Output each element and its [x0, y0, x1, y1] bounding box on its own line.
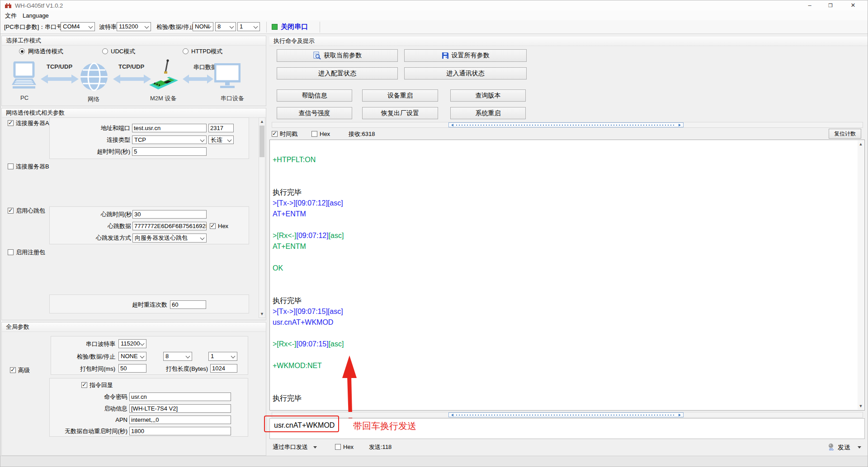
mode-httpd-label[interactable]: HTTPD模式	[191, 48, 222, 55]
boot-input[interactable]: [WH-LTE-7S4 V2]	[129, 404, 231, 413]
send-hex-checkbox[interactable]	[335, 444, 341, 450]
link-tcp1-label: TCP/UDP	[47, 63, 72, 70]
advanced-label[interactable]: 高级	[18, 367, 30, 374]
set-params-button[interactable]: 设置所有参数	[404, 49, 527, 62]
port-select[interactable]: COM4	[61, 22, 95, 31]
register-checkbox[interactable]	[8, 249, 14, 255]
idle-restart-input[interactable]: 1800	[129, 427, 231, 435]
log-line: AT+ENTM	[273, 241, 855, 252]
system-reboot-button[interactable]: 系统重启	[450, 107, 526, 119]
pack-time-input[interactable]: 50	[118, 364, 146, 373]
system-reboot-label: 系统重启	[476, 109, 501, 117]
scroll-down-icon[interactable]: ▼	[858, 403, 864, 409]
close-port-button[interactable]: 关闭串口	[270, 21, 318, 33]
parity-label: 检验/数据/停止	[156, 23, 195, 31]
menu-language[interactable]: Language	[23, 12, 49, 19]
stopbits-select[interactable]: 1	[237, 22, 260, 31]
heartbeat-label[interactable]: 启用心跳包	[16, 207, 45, 215]
scrollbar-thumb[interactable]	[259, 126, 264, 157]
parity-select[interactable]: NONI	[193, 22, 213, 31]
log-hex-label[interactable]: Hex	[320, 131, 330, 138]
mode-radio-httpd[interactable]	[183, 48, 189, 54]
help-button[interactable]: 帮助信息	[277, 89, 352, 102]
reconnect-label: 超时重连次数	[113, 301, 167, 308]
scroll-up-icon[interactable]: ▲	[858, 141, 864, 147]
query-version-button[interactable]: 查询版本	[450, 89, 526, 102]
databits-select[interactable]: 8	[215, 22, 236, 31]
triangle-left-icon	[451, 414, 453, 416]
get-params-button[interactable]: 获取当前参数	[277, 49, 398, 62]
close-button[interactable]: ✕	[843, 2, 863, 9]
g-databits-select[interactable]: 8	[163, 352, 192, 361]
hb-time-input[interactable]: 30	[132, 210, 207, 219]
server-addr-input[interactable]: test.usr.cn	[132, 124, 207, 132]
scroll-up-icon[interactable]: ▲	[259, 118, 265, 125]
log-vertical-scrollbar[interactable]: ▲ ▼	[858, 140, 864, 410]
send-hex-label[interactable]: Hex	[343, 444, 354, 451]
g-stopbits-select[interactable]: 1	[208, 352, 237, 361]
enter-config-button[interactable]: 进入配置状态	[277, 67, 398, 79]
window-title: WH-G405tf V1.0.2	[15, 2, 63, 9]
timeout-input[interactable]: 5	[132, 147, 207, 156]
send-box[interactable]: usr.cnAT+WKMOD 带回车换行发送	[269, 418, 865, 439]
timestamp-label[interactable]: 时间戳	[280, 131, 297, 138]
menu-file[interactable]: 文件	[5, 12, 17, 19]
register-label[interactable]: 启用注册包	[16, 249, 45, 256]
recv-count: 接收:6318	[349, 131, 375, 138]
heartbeat-checkbox[interactable]	[8, 208, 14, 214]
link-arrow-icon	[113, 73, 151, 87]
log-toolbar: 时间戳 Hex 接收:6318 复位计数	[269, 129, 865, 140]
query-signal-button[interactable]: 查信号强度	[277, 107, 352, 119]
server-port-input[interactable]: 2317	[208, 124, 234, 132]
baud-select[interactable]: 115200	[117, 22, 151, 31]
echo-checkbox[interactable]	[81, 382, 87, 388]
scrollbar-thumb[interactable]	[448, 122, 684, 127]
log-line	[273, 219, 855, 230]
global-params-group: 全局参数 串口参数 串口波特率 115200 检验/数据/停止 NONE 8 1…	[1, 322, 266, 456]
send-button[interactable]: 发送	[828, 442, 864, 453]
mode-net-label[interactable]: 网络透传模式	[28, 48, 63, 55]
advanced-checkbox[interactable]	[10, 367, 16, 373]
chevron-down-icon	[200, 138, 205, 142]
hb-mode-select[interactable]: 向服务器发送心跳包	[132, 234, 207, 243]
server-b-label[interactable]: 连接服务器B	[16, 163, 49, 170]
device-reboot-label: 设备重启	[387, 92, 413, 100]
minimize-button[interactable]: –	[800, 2, 820, 9]
scrollbar-thumb[interactable]	[448, 412, 684, 417]
send-horizontal-scrollbar[interactable]	[272, 412, 863, 418]
server-a-checkbox[interactable]	[8, 120, 14, 126]
apn-input[interactable]: internet,,,0	[129, 416, 231, 424]
hb-data-input[interactable]: 7777772E6D6F6B7561692E6	[132, 222, 207, 230]
send-input-highlight-box	[264, 416, 339, 432]
server-b-checkbox[interactable]	[8, 163, 14, 169]
hb-hex-checkbox[interactable]	[210, 223, 216, 229]
global-params-header: 全局参数	[2, 322, 266, 332]
reconnect-input[interactable]: 60	[170, 300, 206, 309]
mode-udc-label[interactable]: UDC模式	[111, 48, 135, 55]
mode-radio-net[interactable]	[19, 48, 25, 54]
left-vertical-scrollbar[interactable]: ▲ ▼	[259, 117, 265, 318]
pwd-input[interactable]: usr.cn	[129, 392, 231, 401]
enter-comm-button[interactable]: 进入通讯状态	[404, 67, 527, 79]
send-via-serial-button[interactable]: 通过串口发送	[272, 442, 317, 452]
maximize-button[interactable]: ❐	[821, 2, 840, 9]
reset-count-button[interactable]: 复位计数	[829, 129, 861, 139]
device-reboot-button[interactable]: 设备重启	[362, 89, 438, 102]
keep-type-select[interactable]: 长连	[208, 135, 234, 144]
heartbeat-panel: 心跳时间(秒 30 心跳数据 7777772E6D6F6B7561692E6 H…	[49, 206, 249, 244]
conn-type-select[interactable]: TCP	[132, 135, 207, 144]
log-horizontal-scrollbar[interactable]	[272, 122, 863, 128]
scroll-down-icon[interactable]: ▼	[259, 311, 265, 317]
timestamp-checkbox[interactable]	[272, 131, 278, 137]
boot-label: 启动信息	[95, 405, 127, 412]
server-a-label[interactable]: 连接服务器A	[16, 120, 49, 127]
mode-radio-udc[interactable]	[102, 48, 108, 54]
pack-len-input[interactable]: 1024	[210, 364, 237, 373]
hb-hex-label[interactable]: Hex	[218, 223, 228, 230]
chevron-down-icon	[200, 236, 205, 240]
g-parity-select[interactable]: NONE	[118, 352, 146, 361]
g-baud-select[interactable]: 115200	[118, 339, 146, 348]
log-hex-checkbox[interactable]	[311, 131, 317, 137]
factory-reset-button[interactable]: 恢复出厂设置	[362, 107, 438, 119]
echo-label[interactable]: 指令回显	[90, 382, 113, 389]
